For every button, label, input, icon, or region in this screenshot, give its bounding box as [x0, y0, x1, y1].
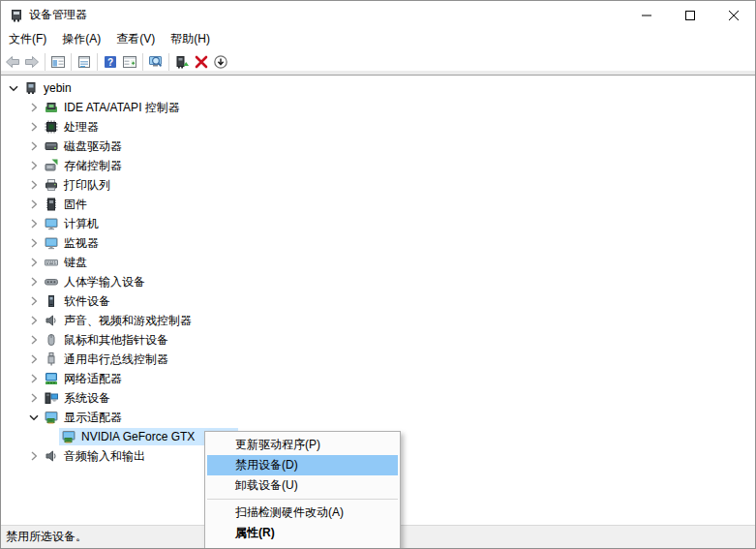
mouse-icon — [44, 332, 59, 348]
toolbar-separator — [97, 53, 98, 71]
tree-row-disk-drives[interactable]: 磁盘驱动器 — [1, 137, 755, 156]
menubar-item-view[interactable]: 查看(V) — [108, 29, 163, 49]
tree-row-content: 通用串行总线控制器 — [42, 351, 170, 368]
tree-row-content: 计算机 — [42, 215, 101, 232]
tree-row-network-adapters[interactable]: 网络适配器 — [1, 369, 755, 388]
chevron-collapsed-icon — [26, 235, 42, 251]
storage-controller-icon — [44, 158, 59, 173]
tree-row-content: 软件设备 — [42, 292, 112, 310]
tree-row-print-queues[interactable]: 打印队列 — [1, 175, 755, 195]
tree-row-content: 键盘 — [42, 254, 89, 271]
tree-row-software-devices[interactable]: 软件设备 — [1, 291, 755, 311]
ide-controller-icon — [44, 100, 59, 115]
tree-row-content: 网络适配器 — [42, 370, 124, 387]
properties-button[interactable] — [75, 51, 94, 73]
show-console-tree-button[interactable] — [48, 51, 68, 73]
tree-row-storage-controllers[interactable]: 存储控制器 — [1, 156, 755, 175]
tree-row-content: 打印队列 — [42, 176, 112, 194]
tree-item-label: 系统设备 — [64, 390, 110, 406]
chevron-collapsed-icon — [26, 119, 42, 135]
help-button[interactable]: ? — [101, 51, 120, 73]
show-action-pane-button[interactable] — [120, 51, 139, 73]
maximize-button[interactable] — [668, 1, 711, 29]
minimize-icon — [642, 11, 651, 20]
context-menu-item-properties[interactable]: 属性(R) — [207, 523, 398, 543]
tree-item-label: 存储控制器 — [64, 158, 122, 173]
toolbar: ? — [1, 49, 755, 76]
minimize-button[interactable] — [624, 1, 668, 29]
print-queue-icon — [44, 177, 59, 193]
tree-row-firmware[interactable]: 固件 — [1, 195, 755, 214]
action-pane-icon — [122, 54, 137, 70]
close-button[interactable] — [711, 1, 755, 29]
tree-item-label: 打印队列 — [64, 177, 110, 193]
update-driver-button[interactable] — [172, 51, 192, 73]
hid-icon — [44, 274, 59, 290]
tree-item-label: 人体学输入设备 — [64, 274, 145, 290]
monitor-icon — [44, 216, 59, 231]
context-menu-item-uninstall-device[interactable]: 卸载设备(U) — [207, 475, 398, 496]
toolbar-separator — [168, 53, 169, 71]
device-manager-app-icon — [9, 8, 24, 23]
tree-row-yebin[interactable]: yebin — [1, 78, 755, 98]
tree-row-content: 磁盘驱动器 — [42, 137, 124, 155]
disable-device-button[interactable] — [211, 51, 230, 73]
titlebar[interactable]: 设备管理器 — [1, 1, 755, 29]
disable-device-icon — [213, 54, 228, 70]
software-device-icon — [44, 293, 59, 309]
tree-item-label: 处理器 — [64, 119, 99, 135]
forward-button[interactable] — [22, 51, 42, 73]
console-tree-icon — [50, 54, 66, 70]
tree-item-label: 键盘 — [64, 255, 87, 270]
tree-row-system-devices[interactable]: 系统设备 — [1, 388, 755, 408]
keyboard-icon — [44, 255, 59, 270]
tree-row-human-interface-devices[interactable]: 人体学输入设备 — [1, 272, 755, 291]
forward-arrow-icon — [24, 54, 40, 70]
help-icon: ? — [103, 54, 118, 70]
chevron-collapsed-icon — [26, 274, 42, 290]
context-menu-separator — [207, 499, 398, 500]
caption-buttons — [624, 1, 755, 29]
tree-row-processors[interactable]: 处理器 — [1, 117, 755, 137]
toolbar-separator — [71, 53, 72, 71]
menubar-item-file[interactable]: 文件(F) — [1, 29, 54, 49]
processor-icon — [44, 119, 59, 135]
tree-row-content: 显示适配器 — [42, 409, 124, 426]
tree-item-label: 固件 — [64, 197, 87, 212]
chevron-expanded-icon — [26, 410, 42, 425]
chevron-collapsed-icon — [26, 197, 42, 212]
chevron-collapsed-icon — [26, 390, 42, 406]
tree-row-usb-controllers[interactable]: 通用串行总线控制器 — [1, 350, 755, 369]
back-button[interactable] — [3, 51, 22, 73]
chevron-collapsed-icon — [26, 100, 42, 115]
update-driver-icon — [174, 54, 190, 70]
chevron-collapsed-icon — [26, 138, 42, 154]
tree-row-mice-and-pointing-devices[interactable]: 鼠标和其他指针设备 — [1, 330, 755, 350]
scan-hardware-changes-button[interactable] — [146, 51, 166, 73]
tree-row-ide-ata-atapi-controllers[interactable]: IDE ATA/ATAPI 控制器 — [1, 98, 755, 117]
tree-row-sound-video-game-controllers[interactable]: 声音、视频和游戏控制器 — [1, 311, 755, 330]
toolbar-separator — [45, 53, 45, 71]
tree-item-label: 监视器 — [64, 235, 99, 251]
tree-item-label: 显示适配器 — [64, 410, 122, 425]
tree-row-monitors[interactable]: 监视器 — [1, 233, 755, 253]
menubar-item-help[interactable]: 帮助(H) — [163, 29, 218, 49]
tree-row-keyboards[interactable]: 键盘 — [1, 253, 755, 272]
context-menu-item-scan-hardware-changes[interactable]: 扫描检测硬件改动(A) — [207, 503, 398, 523]
tree-row-display-adapters[interactable]: 显示适配器 — [1, 408, 755, 427]
disk-drive-icon — [44, 138, 59, 154]
window-title: 设备管理器 — [29, 7, 624, 23]
tree-item-label: NVIDIA GeForce GTX — [81, 429, 195, 444]
context-menu-item-disable-device[interactable]: 禁用设备(D) — [207, 455, 398, 475]
svg-text:?: ? — [107, 57, 113, 68]
uninstall-device-button[interactable] — [192, 51, 211, 73]
tree-item-label: 软件设备 — [64, 293, 110, 309]
context-menu-item-update-driver[interactable]: 更新驱动程序(P) — [207, 435, 398, 455]
tree-item-label: 通用串行总线控制器 — [64, 351, 168, 367]
menubar-item-action[interactable]: 操作(A) — [54, 29, 108, 49]
tree-row-content: 存储控制器 — [42, 157, 124, 174]
tree-item-label: 声音、视频和游戏控制器 — [64, 313, 192, 328]
tree-item-label: 计算机 — [64, 216, 99, 231]
chevron-collapsed-icon — [26, 293, 42, 309]
tree-row-computer[interactable]: 计算机 — [1, 214, 755, 233]
